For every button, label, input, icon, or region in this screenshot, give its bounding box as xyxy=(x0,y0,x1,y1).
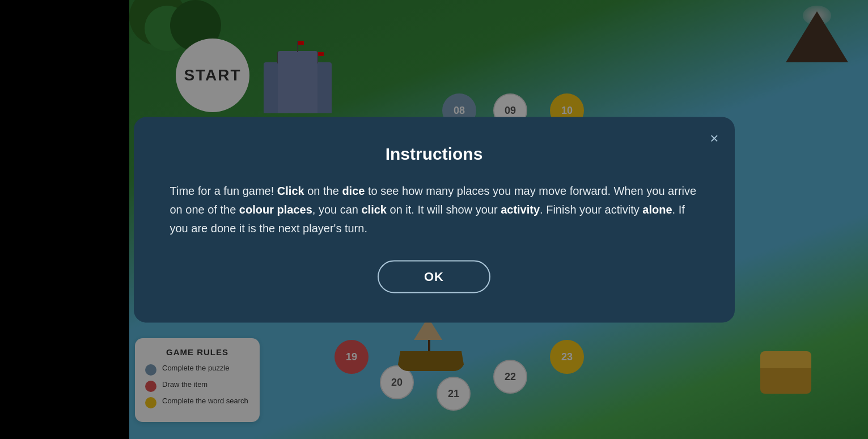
modal-title: Instructions xyxy=(170,144,698,163)
modal-body: Time for a fun game! Click on the dice t… xyxy=(170,181,698,237)
ok-button[interactable]: OK xyxy=(378,260,490,293)
modal-close-button[interactable]: × xyxy=(710,129,718,147)
instructions-modal: × Instructions Time for a fun game! Clic… xyxy=(134,117,735,322)
ok-button-container: OK xyxy=(170,260,698,293)
